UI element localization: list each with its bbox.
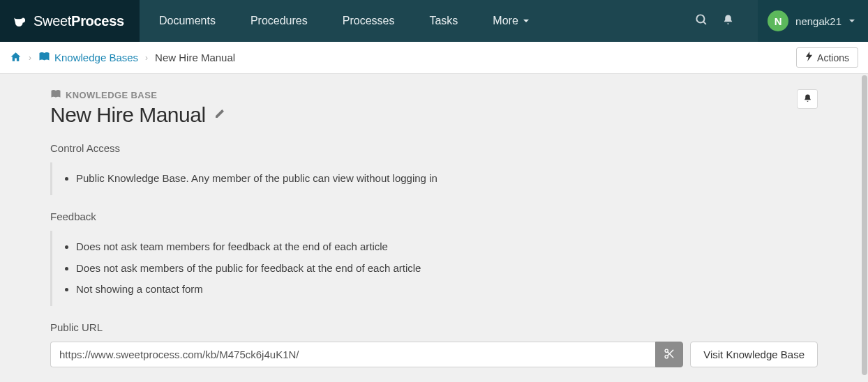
main-content: KNOWLEDGE BASE New Hire Manual Control A…: [0, 74, 868, 367]
chevron-down-icon: [523, 15, 530, 27]
list-item: Does not ask team members for feedback a…: [76, 236, 818, 258]
control-access-box: Public Knowledge Base. Any member of the…: [50, 162, 818, 195]
subscribe-button[interactable]: [797, 89, 818, 109]
svg-point-3: [665, 349, 668, 352]
breadcrumb-sep: ›: [29, 53, 31, 63]
scissors-icon: [664, 348, 675, 362]
chevron-down-icon: [848, 15, 855, 27]
list-item: Not showing a contact form: [76, 279, 818, 300]
search-icon: [695, 13, 708, 29]
search-button[interactable]: [695, 13, 708, 29]
nav-processes[interactable]: Processes: [343, 15, 395, 27]
brand-text-bold: Process: [71, 13, 124, 29]
svg-line-2: [703, 21, 706, 24]
svg-point-4: [665, 355, 668, 358]
public-url-input[interactable]: [50, 342, 655, 367]
list-item: Does not ask members of the public for f…: [76, 258, 818, 280]
breadcrumb-knowledge-bases[interactable]: Knowledge Bases: [38, 52, 138, 63]
user-menu[interactable]: N nengak21: [758, 0, 868, 42]
kb-eyebrow: KNOWLEDGE BASE: [50, 89, 818, 100]
scrollbar-thumb[interactable]: [862, 75, 867, 375]
bell-icon: [803, 93, 812, 105]
book-icon: [50, 89, 61, 100]
bolt-icon: [805, 52, 813, 63]
pencil-icon: [214, 109, 225, 121]
nav-procedures[interactable]: Procedures: [250, 15, 308, 27]
notifications-button[interactable]: [722, 14, 734, 29]
breadcrumb-current: New Hire Manual: [155, 52, 235, 63]
nav-right: N nengak21: [695, 0, 868, 42]
nav-more[interactable]: More: [493, 15, 529, 27]
bell-icon: [722, 14, 734, 29]
section-control-access-label: Control Access: [50, 142, 818, 154]
book-icon: [38, 52, 50, 63]
breadcrumb-home[interactable]: [10, 52, 22, 64]
logo-cup-icon: [13, 16, 28, 26]
breadcrumb-bar: › Knowledge Bases › New Hire Manual Acti…: [0, 42, 868, 74]
brand-text-light: Sweet: [33, 13, 71, 29]
public-url-row: Visit Knowledge Base: [50, 342, 818, 367]
breadcrumb: › Knowledge Bases › New Hire Manual: [10, 52, 235, 64]
copy-url-button[interactable]: [655, 342, 683, 367]
list-item: Public Knowledge Base. Any member of the…: [76, 168, 818, 190]
breadcrumb-sep: ›: [145, 53, 148, 63]
avatar: N: [768, 10, 788, 31]
page-title-row: New Hire Manual: [50, 103, 818, 127]
visit-kb-button[interactable]: Visit Knowledge Base: [690, 342, 818, 367]
nav-tasks[interactable]: Tasks: [429, 15, 458, 27]
scrollbar[interactable]: [861, 42, 868, 382]
top-nav: SweetProcess Documents Procedures Proces…: [0, 0, 868, 42]
svg-point-0: [14, 17, 22, 20]
page-title: New Hire Manual: [50, 103, 206, 127]
public-url-group: [50, 342, 683, 367]
section-public-url-label: Public URL: [50, 321, 818, 333]
svg-point-1: [696, 15, 704, 22]
nav-documents[interactable]: Documents: [159, 15, 216, 27]
actions-button[interactable]: Actions: [796, 47, 858, 68]
feedback-box: Does not ask team members for feedback a…: [50, 231, 818, 306]
home-icon: [10, 52, 22, 64]
brand-logo[interactable]: SweetProcess: [0, 0, 140, 42]
edit-title-button[interactable]: [214, 108, 225, 122]
nav-links: Documents Procedures Processes Tasks Mor…: [140, 15, 695, 27]
section-feedback-label: Feedback: [50, 211, 818, 222]
username: nengak21: [795, 15, 841, 27]
